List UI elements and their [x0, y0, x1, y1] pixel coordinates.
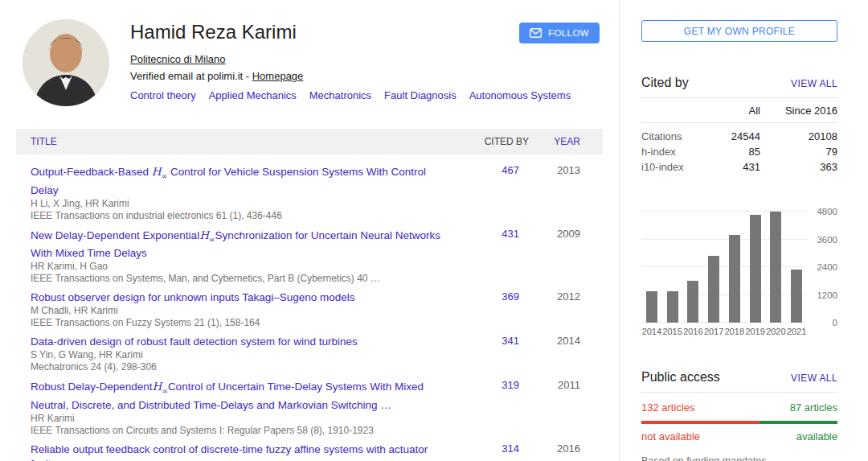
chart-x-axis-label: 2017 [703, 327, 724, 336]
chart-y-axis-label: 3600 [817, 235, 837, 245]
chart-y-axis-label: 2400 [817, 262, 837, 272]
cited-by-count[interactable]: 314 [502, 442, 519, 455]
chart-x-axis-label: 2016 [683, 327, 704, 336]
chart-x-axis-label: 2015 [662, 327, 683, 336]
profile-header: Hamid Reza Karimi Politecnico di Milano … [0, 0, 619, 106]
publication-title-link[interactable]: Output-Feedback-Based H∞ Control for Veh… [31, 164, 450, 198]
interest-link[interactable]: Mechatronics [309, 89, 371, 101]
not-available-label: not available [641, 430, 700, 442]
chart-bar-slot [766, 212, 787, 323]
publications-table: TITLE CITED BY YEAR Output-Feedback-Base… [16, 129, 603, 461]
publication-authors: HR Karimi, H Gao [31, 261, 450, 273]
h-infinity-math: H∞ [199, 228, 215, 241]
available-count: 87 articles [790, 401, 837, 414]
cited-by-cell: 369 [466, 290, 529, 329]
chart-bar[interactable] [687, 281, 698, 323]
chart-y-axis-label: 0 [833, 318, 837, 327]
chart-bar[interactable] [750, 215, 761, 323]
chart-bar-slot [641, 212, 662, 323]
available-label: available [796, 430, 837, 442]
publication-title-link[interactable]: New Delay-Dependent ExponentialH∞Synchro… [31, 228, 450, 261]
interest-link[interactable]: Fault Diagnosis [384, 89, 457, 101]
stat-value-since[interactable]: 79 [760, 144, 837, 159]
chart-x-axis-label: 2019 [745, 327, 766, 336]
cited-by-cell: 467 [466, 164, 529, 222]
h-infinity-math: H∞ [153, 380, 168, 393]
stat-value-all[interactable]: 85 [690, 144, 760, 159]
publication-authors: S Yin, G Wang, HR Karimi [31, 349, 450, 361]
chart-x-axis-label: 2014 [641, 327, 662, 336]
publication-venue: Mechatronics 24 (4), 298-306 [31, 361, 450, 373]
column-header-year[interactable]: YEAR [529, 136, 603, 147]
chart-bar[interactable] [770, 212, 781, 323]
stat-value-since[interactable]: 20108 [760, 129, 837, 144]
publication-year: 2011 [529, 379, 603, 437]
publication-main-cell: Reliable output feedback control of disc… [16, 442, 466, 461]
follow-button[interactable]: FOLLOW [519, 23, 600, 43]
publication-venue: IEEE Transactions on Circuits and System… [31, 425, 450, 437]
cited-by-cell: 431 [466, 228, 529, 286]
chart-plot [641, 212, 807, 323]
column-header-title[interactable]: TITLE [16, 136, 466, 147]
publication-authors: H Li, X Jing, HR Karimi [31, 198, 450, 210]
profile-photo [23, 19, 109, 106]
publication-title-link[interactable]: Reliable output feedback control of disc… [31, 442, 450, 461]
interest-link[interactable]: Control theory [130, 89, 196, 101]
access-bar-available-segment [760, 421, 837, 424]
stat-row-citations: Citations 24544 20108 [641, 129, 837, 144]
chart-bar[interactable] [667, 291, 678, 323]
chart-x-axis-label: 2020 [766, 327, 787, 336]
chart-bar-slot [745, 212, 766, 323]
cited-by-count[interactable]: 369 [502, 290, 519, 303]
stat-value-all[interactable]: 431 [690, 159, 760, 175]
chart-bar[interactable] [646, 291, 657, 323]
publication-main-cell: Robust observer design for unknown input… [16, 290, 466, 329]
interest-link[interactable]: Autonomous Systems [469, 89, 571, 101]
stats-column-headers: . All Since 2016 [641, 98, 837, 123]
cited-by-count[interactable]: 467 [502, 164, 519, 176]
cited-by-count[interactable]: 319 [502, 379, 519, 391]
verified-email: Verified email at polimi.it - Homepage [130, 70, 583, 82]
homepage-link[interactable]: Homepage [252, 70, 304, 82]
publication-title-link[interactable]: Robust Delay-DependentH∞Control of Uncer… [31, 379, 450, 413]
verified-email-text: Verified email at polimi.it - [130, 70, 252, 82]
access-bar-not-available-segment [641, 421, 760, 424]
stats-table: Citations 24544 20108 h-index 85 79 i10-… [641, 123, 837, 175]
profile-name: Hamid Reza Karimi [130, 21, 583, 43]
chart-y-axis: 01200240036004800 [812, 212, 837, 323]
publication-row: Reliable output feedback control of disc… [16, 437, 603, 461]
affiliation-link[interactable]: Politecnico di Milano [130, 53, 226, 65]
sidebar: GET MY OWN PROFILE Cited by VIEW ALL . A… [619, 0, 868, 461]
stat-row-i10-index: i10-index 431 363 [641, 159, 837, 175]
publication-rows: Output-Feedback-Based H∞ Control for Veh… [16, 154, 603, 461]
public-access-panel: Public access VIEW ALL 132 articles 87 a… [641, 370, 837, 461]
publication-row: Robust Delay-DependentH∞Control of Uncer… [16, 373, 603, 437]
profile-photo-image [23, 19, 109, 106]
chart-bar[interactable] [708, 256, 719, 323]
cited-by-view-all-link[interactable]: VIEW ALL [791, 78, 837, 89]
chart-x-axis: 20142015201620172018201920202021 [641, 327, 807, 336]
chart-bar-slot [683, 212, 704, 323]
scholar-profile-page: Hamid Reza Karimi Politecnico di Milano … [0, 0, 868, 461]
profile-info: Hamid Reza Karimi Politecnico di Milano … [130, 19, 583, 101]
chart-x-axis-label: 2021 [786, 327, 807, 336]
publication-title-link[interactable]: Data-driven design of robust fault detec… [31, 335, 450, 349]
interest-link[interactable]: Applied Mechanics [209, 89, 297, 101]
chart-bar[interactable] [791, 270, 802, 323]
publication-year: 2012 [529, 290, 603, 329]
citations-chart: 01200240036004800 2014201520162017201820… [641, 212, 837, 336]
public-access-view-all-link[interactable]: VIEW ALL [791, 373, 837, 384]
cited-by-count[interactable]: 431 [502, 228, 519, 240]
chart-bar-slot [703, 212, 724, 323]
publication-main-cell: Robust Delay-DependentH∞Control of Uncer… [16, 379, 466, 437]
stat-value-since[interactable]: 363 [760, 159, 837, 175]
chart-bar[interactable] [729, 235, 740, 323]
cited-by-count[interactable]: 341 [502, 335, 519, 347]
publication-row: Data-driven design of robust fault detec… [16, 329, 603, 373]
follow-label: FOLLOW [548, 28, 589, 38]
get-my-own-profile-button[interactable]: GET MY OWN PROFILE [641, 20, 837, 42]
stat-value-all[interactable]: 24544 [690, 129, 760, 144]
publication-title-link[interactable]: Robust observer design for unknown input… [31, 290, 450, 305]
stats-col-since: Since 2016 [760, 105, 837, 117]
publications-header-row: TITLE CITED BY YEAR [16, 129, 603, 154]
